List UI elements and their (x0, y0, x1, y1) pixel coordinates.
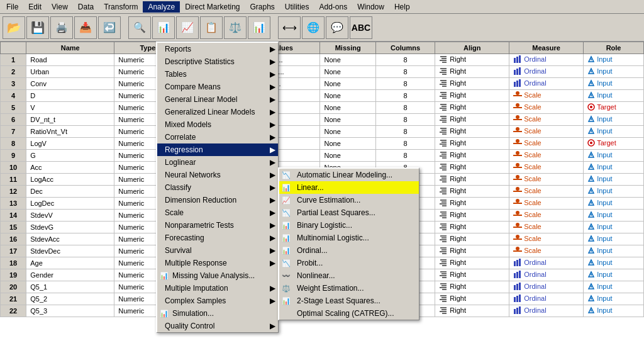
row-cols[interactable]: 8 (375, 126, 435, 138)
row-measure[interactable]: Ordinal (509, 305, 584, 317)
submenu-linear[interactable]: 📊 Linear... (279, 181, 419, 194)
table-row[interactable]: 7 RatioVnt_Vt Numeric None None 8 Right … (1, 126, 644, 138)
col-header-role[interactable]: Role (584, 42, 644, 54)
submenu-curve[interactable]: 📈 Curve Estimation... (279, 194, 419, 206)
table-row[interactable]: 8 LogV Numeric None None 8 Right Scale T… (1, 138, 644, 150)
menu-item-complex[interactable]: Complex Samples▶ (157, 295, 278, 307)
row-role[interactable]: Input (584, 126, 644, 138)
row-missing[interactable]: None (320, 114, 375, 126)
row-align[interactable]: Right (435, 222, 509, 233)
row-measure[interactable]: Scale (509, 222, 584, 233)
toolbar-btn9[interactable]: 💬 (326, 16, 348, 39)
row-measure[interactable]: Scale (509, 114, 584, 126)
row-role[interactable]: Input (584, 222, 644, 233)
menu-item-compare-means[interactable]: Compare Means▶ (157, 81, 278, 93)
toolbar-save[interactable]: 💾 (26, 16, 49, 39)
row-name[interactable]: Q5_2 (26, 293, 114, 305)
row-role[interactable]: Input (584, 305, 644, 317)
table-row[interactable]: 3 Conv Numeric ation {0, conv}... None 8… (1, 78, 644, 90)
row-align[interactable]: Right (435, 245, 509, 257)
row-align[interactable]: Right (435, 114, 509, 126)
row-name[interactable]: Gender (26, 269, 114, 281)
menu-add-ons[interactable]: Add-ons (314, 1, 353, 13)
row-role[interactable]: Input (584, 257, 644, 269)
row-name[interactable]: LogV (26, 138, 114, 150)
menu-data[interactable]: Data (73, 1, 99, 13)
row-cols[interactable]: 8 (375, 150, 435, 162)
row-align[interactable]: Right (435, 126, 509, 138)
row-align[interactable]: Right (435, 269, 509, 281)
row-align[interactable]: Right (435, 257, 509, 269)
row-name[interactable]: StdevG (26, 222, 114, 233)
row-cols[interactable]: 8 (375, 102, 435, 114)
table-row[interactable]: 5 V Numeric None None 8 Right Scale Targ… (1, 102, 644, 114)
row-name[interactable]: StdevAcc (26, 233, 114, 245)
toolbar-btn10[interactable]: ABC (350, 16, 372, 39)
row-cols[interactable]: 8 (375, 54, 435, 66)
row-measure[interactable]: Ordinal (509, 281, 584, 293)
menu-item-nonparametric[interactable]: Nonparametric Tests▶ (157, 219, 278, 232)
submenu-nonlinear[interactable]: 〰️ Nonlinear... (279, 269, 419, 282)
row-align[interactable]: Right (435, 162, 509, 174)
row-measure[interactable]: Scale (509, 233, 584, 245)
menu-view[interactable]: View (47, 1, 73, 13)
row-name[interactable]: Urban (26, 66, 114, 78)
menu-item-dimension[interactable]: Dimension Reduction▶ (157, 194, 278, 206)
row-measure[interactable]: Ordinal (509, 78, 584, 90)
row-role[interactable]: Input (584, 78, 644, 90)
submenu-binary-logistic[interactable]: 📊 Binary Logistic... (279, 219, 419, 232)
row-role[interactable]: Input (584, 293, 644, 305)
menu-item-loglinear[interactable]: Loglinear▶ (157, 156, 278, 169)
menu-item-glm[interactable]: General Linear Model▶ (157, 93, 278, 106)
menu-item-tables[interactable]: Tables▶ (157, 68, 278, 81)
menu-item-correlate[interactable]: Correlate▶ (157, 131, 278, 143)
menu-item-forecasting[interactable]: Forecasting▶ (157, 232, 278, 244)
row-align[interactable]: Right (435, 186, 509, 198)
row-measure[interactable]: Scale (509, 162, 584, 174)
row-role[interactable]: Input (584, 245, 644, 257)
row-align[interactable]: Right (435, 198, 509, 210)
menu-item-descriptive[interactable]: Descriptive Statistics▶ (157, 55, 278, 68)
row-measure[interactable]: Scale (509, 90, 584, 102)
row-name[interactable]: StdevDec (26, 245, 114, 257)
row-name[interactable]: DV_nt_t (26, 114, 114, 126)
row-align[interactable]: Right (435, 66, 509, 78)
row-role[interactable]: Input (584, 174, 644, 186)
menu-transform[interactable]: Transform (99, 1, 143, 13)
row-name[interactable]: D (26, 90, 114, 102)
submenu-catreg[interactable]: Optimal Scaling (CATREG)... (279, 307, 419, 320)
row-name[interactable]: Road (26, 54, 114, 66)
table-row[interactable]: 6 DV_nt_t Numeric None None 8 Right Scal… (1, 114, 644, 126)
row-missing[interactable]: None (320, 126, 375, 138)
col-header-name[interactable]: Name (26, 42, 114, 54)
submenu-probit[interactable]: 📉 Probit... (279, 257, 419, 269)
toolbar-btn5[interactable]: ⚖️ (224, 16, 247, 39)
table-row[interactable]: 2 Urban Numeric {0, urban}... None 8 Rig… (1, 66, 644, 78)
col-header-columns[interactable]: Columns (375, 42, 435, 54)
submenu-pls[interactable]: 📉 Partial Least Squares... (279, 206, 419, 219)
row-missing[interactable]: None (320, 138, 375, 150)
toolbar-find[interactable]: 🔍 (128, 16, 151, 39)
submenu-auto-linear[interactable]: 📉 Automatic Linear Modeling... (279, 169, 419, 181)
row-role[interactable]: Input (584, 90, 644, 102)
row-measure[interactable]: Ordinal (509, 54, 584, 66)
menu-item-classify[interactable]: Classify▶ (157, 181, 278, 194)
row-role[interactable]: Input (584, 162, 644, 174)
row-align[interactable]: Right (435, 305, 509, 317)
menu-file[interactable]: File (1, 1, 23, 13)
toolbar-undo[interactable]: ↩️ (98, 16, 121, 39)
row-role[interactable]: Target (584, 138, 644, 150)
row-align[interactable]: Right (435, 150, 509, 162)
row-measure[interactable]: Scale (509, 186, 584, 198)
submenu-weight[interactable]: ⚖️ Weight Estimation... (279, 282, 419, 295)
table-row[interactable]: 1 Road Numeric {0, Road}... None 8 Right… (1, 54, 644, 66)
row-cols[interactable]: 8 (375, 138, 435, 150)
row-name[interactable]: Acc (26, 162, 114, 174)
submenu-ordinal[interactable]: 📊 Ordinal... (279, 244, 419, 257)
row-measure[interactable]: Ordinal (509, 269, 584, 281)
toolbar-btn7[interactable]: ⟷ (278, 16, 301, 39)
row-measure[interactable]: Scale (509, 150, 584, 162)
table-row[interactable]: 4 D Numeric e None None 8 Right Scale In… (1, 90, 644, 102)
row-name[interactable]: Dec (26, 186, 114, 198)
row-role[interactable]: Input (584, 186, 644, 198)
